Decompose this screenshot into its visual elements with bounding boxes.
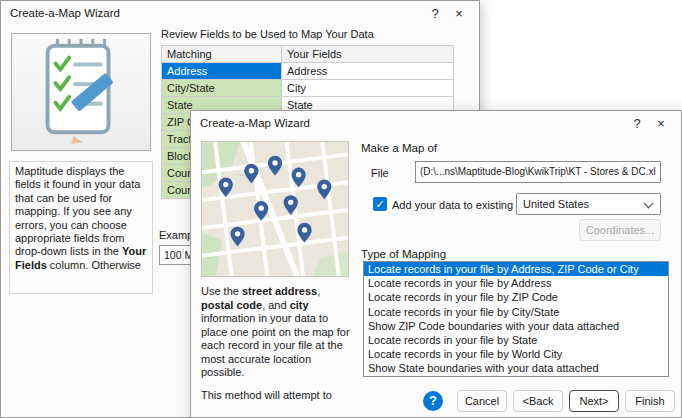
matching-cell[interactable]: Address — [162, 63, 282, 80]
your-field-cell[interactable]: City — [282, 80, 454, 97]
method-more-text: This method will attempt to — [201, 389, 353, 403]
list-item[interactable]: Locate records in your file by Address, … — [364, 262, 668, 276]
method-text: , and — [262, 299, 290, 311]
column-header-matching: Matching — [162, 46, 282, 63]
list-item[interactable]: Locate records in your file by State — [364, 333, 668, 347]
file-path-input[interactable]: (D:\...ns\Maptitude-Blog\KwikTrip\KT - S… — [415, 161, 661, 183]
type-of-mapping-heading: Type of Mapping — [361, 248, 446, 260]
method-paragraph: Use the street address, postal code, and… — [201, 285, 353, 380]
existing-map-dropdown[interactable]: United States — [516, 193, 661, 215]
close-icon[interactable]: × — [649, 116, 673, 131]
cancel-button[interactable]: Cancel — [457, 390, 507, 412]
dialog-title: Create-a-Map Wizard — [10, 7, 423, 19]
title-bar: Create-a-Map Wizard ? × — [191, 111, 681, 135]
make-a-map-of-heading: Make a Map of — [361, 142, 437, 154]
dialog-title: Create-a-Map Wizard — [200, 117, 625, 129]
mapping-method-description: Use the street address, postal code, and… — [201, 285, 353, 402]
list-item[interactable]: Locate records in your file by ZIP Code — [364, 290, 668, 304]
notebook-pencil-icon — [12, 34, 150, 150]
finish-button[interactable]: Finish — [625, 390, 675, 412]
add-to-existing-map-checkbox[interactable]: ✓ — [373, 197, 387, 211]
wizard-info-panel: Maptitude displays the fields it found i… — [9, 161, 153, 294]
wizard-notebook-illustration — [11, 33, 151, 151]
list-item[interactable]: Show State boundaries with your data att… — [364, 361, 668, 375]
help-icon[interactable]: ? — [423, 6, 447, 21]
info-text: Maptitude displays the fields it found i… — [15, 165, 140, 257]
close-icon[interactable]: × — [447, 6, 471, 21]
table-row[interactable]: City/State City — [162, 80, 454, 97]
map-preview — [201, 141, 349, 277]
table-header-row: Matching Your Fields — [162, 46, 454, 63]
next-button[interactable]: Next> — [569, 390, 619, 412]
method-text-bold: city — [290, 299, 309, 311]
mapping-type-list: Locate records in your file by Address, … — [363, 261, 669, 377]
coordinates-button[interactable]: Coordinates... — [579, 219, 661, 241]
example-label: Examp — [159, 229, 193, 241]
map-thumbnail — [202, 142, 348, 276]
list-item[interactable]: Locate records in your file by World Cit… — [364, 347, 668, 361]
column-header-your-fields: Your Fields — [282, 46, 454, 63]
method-text-bold: postal code — [201, 299, 262, 311]
method-text: , — [317, 285, 320, 297]
matching-cell[interactable]: City/State — [162, 80, 282, 97]
list-item[interactable]: Locate records in your file by Address — [364, 276, 668, 290]
title-bar: Create-a-Map Wizard ? × — [1, 1, 479, 25]
method-text: Use the — [201, 285, 242, 297]
file-label: File — [371, 167, 389, 179]
help-icon[interactable]: ? — [625, 116, 649, 131]
list-item[interactable]: Locate records in your file by City/Stat… — [364, 305, 668, 319]
existing-map-value: United States — [517, 194, 660, 214]
table-row[interactable]: Address Address — [162, 63, 454, 80]
method-text-bold: street address — [242, 285, 317, 297]
method-text: information in your data to place one po… — [201, 312, 350, 378]
create-a-map-wizard-dialog: Create-a-Map Wizard ? × — [190, 110, 682, 418]
help-button[interactable]: ? — [423, 391, 443, 411]
your-field-cell[interactable]: Address — [282, 63, 454, 80]
info-text: column. Otherwise — [47, 259, 141, 271]
back-button[interactable]: <Back — [513, 390, 563, 412]
list-item[interactable]: Show ZIP Code boundaries with your data … — [364, 319, 668, 333]
review-fields-heading: Review Fields to be Used to Map Your Dat… — [161, 28, 374, 40]
